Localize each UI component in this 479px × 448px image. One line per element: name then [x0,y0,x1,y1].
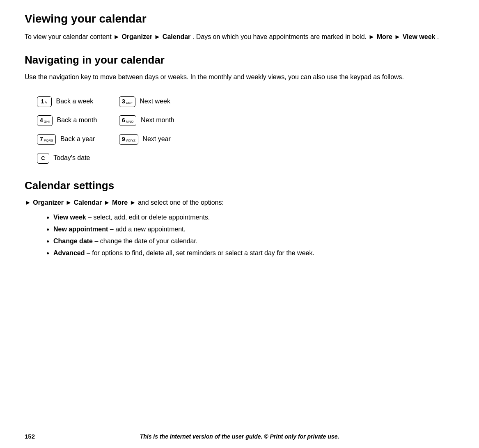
section2-heading: Navigating in your calendar [25,54,454,66]
keypad-row-c: C Today's date [37,149,201,168]
section3-organizer: Organizer [33,199,65,206]
section3-rest: and select one of the options: [138,199,224,206]
section1-paragraph: To view your calendar content ► Organize… [25,32,454,42]
keypad-row-3: 7 PQRS Back a year 9 WXYZ Next year [37,130,201,149]
key-c-btn: C [37,153,49,164]
key-6-btn: 6 MNO [119,115,136,126]
bullet-newappointment: New appointment – add a new appointment. [53,224,454,235]
key-c-label: Today's date [53,154,90,161]
bullet-viewweek-text: – select, add, edit or delete appointmen… [88,214,210,221]
key-4-btn: 4 GHI [37,115,53,126]
bullet-changedate-text: – change the date of your calendar. [94,238,197,245]
key-7-cell: 7 PQRS Back a year [37,130,119,149]
key-1-cell: 1 ✎ Back a week [37,92,119,111]
key-1-label: Back a week [56,98,93,105]
section1-calendar: Calendar [163,33,190,40]
keypad-row-1: 1 ✎ Back a week 3 DEF Next week [37,92,201,111]
section2-paragraph: Use the navigation key to move between d… [25,72,454,82]
arrow2: ► [154,33,161,40]
section3-calendar: Calendar [74,199,104,206]
bullet-changedate-bold: Change date [53,238,93,245]
key-1-btn: 1 ✎ [37,96,52,107]
arrow3: ► [368,33,375,40]
section1-intro-text: To view your calendar content [25,33,113,40]
key-c-cell: C Today's date [37,149,119,168]
section1-end: . [437,33,439,40]
key-4-label: Back a month [57,117,97,123]
section3-arrow2: ► [65,199,72,206]
keypad-table: 1 ✎ Back a week 3 DEF Next week [37,92,201,168]
key-3-label: Next week [140,98,170,105]
arrow4: ► [394,33,401,40]
key-7-btn: 7 PQRS [37,134,56,145]
bullet-advanced-bold: Advanced [53,249,85,256]
key-9-btn: 9 WXYZ [119,134,138,145]
section1-more: More [377,33,394,40]
section3-arrow3: ► [104,199,110,206]
bullet-advanced-text: – for options to find, delete all, set r… [87,249,314,256]
section3-arrow1: ► [25,199,31,206]
key-7-label: Back a year [60,135,95,142]
section3-bullets: View week – select, add, edit or delete … [45,213,454,258]
section1-organizer: Organizer [121,33,154,40]
bullet-newappointment-text: – add a new appointment. [110,226,186,233]
bullet-changedate: Change date – change the date of your ca… [53,236,454,247]
key-3-cell: 3 DEF Next week [119,92,201,111]
section3-intro: ► Organizer ► Calendar ► More ► and sele… [25,198,454,208]
section1-heading: Viewing your calendar [25,12,454,25]
key-9-label: Next year [142,135,170,142]
key-3-btn: 3 DEF [119,96,135,107]
arrow1: ► [113,33,120,40]
section3-more: More [112,199,130,206]
bullet-viewweek-bold: View week [53,214,86,221]
footer-text: This is the Internet version of the user… [0,433,479,440]
key-4-cell: 4 GHI Back a month [37,111,119,130]
section3-heading: Calendar settings [25,179,454,192]
section1-viewweek: View week [403,33,435,40]
section1-mid-text: . Days on which you have appointments ar… [193,33,369,40]
bullet-advanced: Advanced – for options to find, delete a… [53,248,454,258]
key-6-label: Next month [141,117,174,123]
bullet-newappointment-bold: New appointment [53,226,108,233]
key-9-cell: 9 WXYZ Next year [119,130,201,149]
bullet-viewweek: View week – select, add, edit or delete … [53,213,454,223]
key-6-cell: 6 MNO Next month [119,111,201,130]
section3-arrow4: ► [130,199,136,206]
keypad-row-2: 4 GHI Back a month 6 MNO Next month [37,111,201,130]
